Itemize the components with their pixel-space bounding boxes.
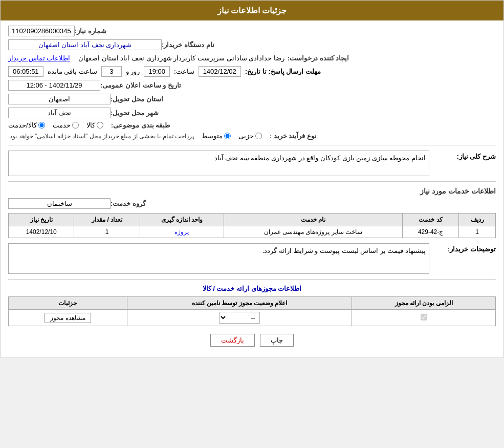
purchase-type-label: نوع فرآیند خرید : [270,132,317,140]
creator-label: ایجاد کننده درخواست: [288,54,349,62]
province-label: استان محل تحویل: [111,95,163,103]
col-unit: واحد اندازه گیری [140,214,224,226]
need-number-value: 1102090286000345 [8,26,75,36]
description-box: انجام محوطه سازی زمین بازی کودکان واقع د… [8,151,429,176]
category-goods-label: کالا [86,121,95,129]
purchase-note: پرداخت تمام یا بخشی از مبلغ خریداز محل "… [8,133,194,140]
category-label: طبقه بندی موضوعی: [111,121,170,129]
table-row: 1 ج-42-429 ساخت سایر پروژه‌های مهندسی عم… [9,226,496,238]
cell-date: 1402/12/10 [9,226,74,238]
category-row: طبقه بندی موضوعی: کالا خدمت کالا/خدمت [8,121,496,129]
divider-3 [8,279,496,280]
province-row: استان محل تحویل: اصفهان [8,94,496,104]
services-title: اطلاعات خدمات مورد نیاز [8,187,496,195]
description-value: انجام محوطه سازی زمین بازی کودکان واقع د… [214,154,426,162]
contact-link[interactable]: اطلاعات تماس خریدار [8,54,70,62]
deadline-label: مهلت ارسال پاسخ: تا تاریخ: [245,68,321,75]
back-button[interactable]: بازگشت [210,334,255,347]
announcement-label: تاریخ و ساعت اعلان عمومی: [100,81,181,89]
cell-service-code: ج-42-429 [402,226,459,238]
permits-mandatory-cell [352,310,496,326]
cell-service-name: ساخت سایر پروژه‌های مهندسی عمران [224,226,403,238]
permits-section: اطلاعات مجوزهای ارائه خدمت / کالا الزامی… [8,285,496,326]
status-select[interactable]: -- [219,312,260,324]
purchase-type-row: نوع فرآیند خرید : جزیی متوسط پرداخت تمام… [8,132,496,140]
cell-unit: پروژه [140,226,224,238]
deadline-row: مهلت ارسال پاسخ: تا تاریخ: 1402/12/02 سا… [8,66,496,77]
col-row-num: ردیف [459,214,496,226]
province-value: اصفهان [8,94,111,104]
col-service-code: کد خدمت [402,214,459,226]
service-group-label: گروه خدمت: [111,200,146,207]
permits-col-status: اعلام وضعیت مجوز توسط نامین کننده [127,297,352,310]
category-goods-service-option[interactable]: کالا/خدمت [8,121,45,129]
buyer-name-label: نام دستگاه خریدار: [162,41,214,49]
col-service-name: نام خدمت [224,214,403,226]
need-number-label: شماره نیاز: [75,27,106,35]
permits-col-mandatory: الزامی بودن ارائه مجوز [352,297,496,310]
services-table: ردیف کد خدمت نام خدمت واحد اندازه گیری ت… [8,213,496,238]
col-quantity: تعداد / مقدار [74,214,140,226]
days-label: روز و [126,68,140,75]
permits-row: -- مشاهده مجوز [9,310,496,326]
view-permit-button[interactable]: مشاهده مجوز [45,313,91,323]
buyer-notes-label: توضیحات خریدار: [434,243,496,253]
announcement-value: 1402/11/29 - 12:06 [8,80,100,91]
description-section: شرح کلی نیاز: انجام محوطه سازی زمین بازی… [8,151,496,176]
page-wrapper: جزئیات اطلاعات نیاز شماره نیاز: 11020902… [0,0,504,357]
creator-value: رضا خدادادی سادانی سرپرست کاربردار شهردا… [75,53,288,63]
service-group-row: گروه خدمت: ساختمان [8,198,496,209]
deadline-time: 19:00 [144,66,170,77]
remaining-label: ساعت باقی مانده [48,68,97,75]
category-service-option[interactable]: خدمت [53,121,79,129]
buyer-name-value: شهرداری نجف آباد استان اصفهان [8,39,162,50]
category-goods-service-label: کالا/خدمت [8,121,37,129]
time-label: ساعت: [174,68,194,75]
print-button[interactable]: چاپ [260,334,294,347]
need-number-row: شماره نیاز: 1102090286000345 [8,26,496,36]
main-content: شماره نیاز: 1102090286000345 نام دستگاه … [1,20,503,357]
cell-quantity: 1 [74,226,140,238]
purchase-partial-label: جزیی [238,132,254,140]
services-section: اطلاعات خدمات مورد نیاز گروه خدمت: ساختم… [8,187,496,238]
cell-row-num: 1 [459,226,496,238]
page-title: جزئیات اطلاعات نیاز [217,6,287,15]
buyer-notes-section: توضیحات خریدار: پیشنهاد قیمت بر اساس لیس… [8,243,496,274]
category-service-label: خدمت [53,121,71,129]
buyer-notes-value: پیشنهاد قیمت بر اساس لیست پیوست و شرایط … [262,247,426,254]
buyer-notes-content: پیشنهاد قیمت بر اساس لیست پیوست و شرایط … [8,243,429,274]
divider-1 [8,145,496,145]
city-value: نجف آباد [8,108,111,118]
purchase-medium-label: متوسط [202,132,223,140]
col-date: تاریخ نیاز [9,214,74,226]
permits-status-cell: -- [127,310,352,326]
announcement-row: تاریخ و ساعت اعلان عمومی: 1402/11/29 - 1… [8,80,496,91]
remaining-value: 06:05:51 [8,66,43,77]
purchase-medium-option[interactable]: متوسط [202,132,231,140]
permits-details-cell: مشاهده مجوز [9,310,127,326]
permits-col-details: جزئیات [9,297,127,310]
mandatory-checkbox [421,314,427,321]
description-content: انجام محوطه سازی زمین بازی کودکان واقع د… [8,151,429,176]
page-header: جزئیات اطلاعات نیاز [1,1,503,20]
buyer-notes-box: پیشنهاد قیمت بر اساس لیست پیوست و شرایط … [8,243,429,274]
description-label: شرح کلی نیاز: [434,151,496,160]
creator-row: ایجاد کننده درخواست: رضا خدادادی سادانی … [8,53,496,63]
category-goods-option[interactable]: کالا [86,121,103,129]
city-label: شهر محل تحویل: [111,109,159,117]
permits-title: اطلاعات مجوزهای ارائه خدمت / کالا [8,285,496,292]
divider-2 [8,181,496,182]
deadline-date: 1402/12/02 [199,66,241,77]
buyer-name-row: نام دستگاه خریدار: شهرداری نجف آباد استا… [8,39,496,50]
purchase-partial-option[interactable]: جزیی [238,132,262,140]
days-value: 3 [101,66,122,77]
services-table-header: ردیف کد خدمت نام خدمت واحد اندازه گیری ت… [9,214,496,226]
permits-table: الزامی بودن ارائه مجوز اعلام وضعیت مجوز … [8,296,496,326]
city-row: شهر محل تحویل: نجف آباد [8,108,496,118]
button-row: چاپ بازگشت [8,334,496,347]
service-group-value: ساختمان [8,198,111,209]
permits-header-row: الزامی بودن ارائه مجوز اعلام وضعیت مجوز … [9,297,496,310]
